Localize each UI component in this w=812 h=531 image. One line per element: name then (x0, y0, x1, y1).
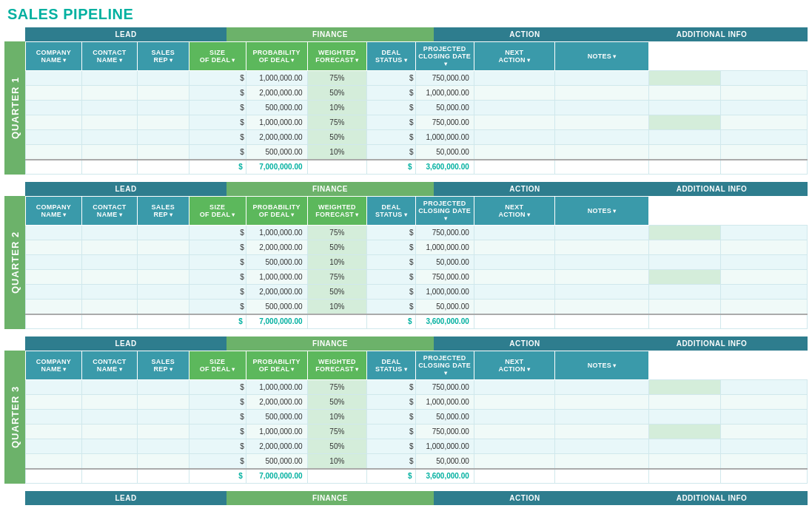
cell-company (26, 454, 82, 469)
cell-dollar-sign: $ (189, 285, 246, 300)
cell-probability: 50% (307, 130, 367, 145)
cell-dollar-sign: $ (189, 439, 246, 454)
cell-company (26, 255, 82, 270)
cell-probability: 10% (307, 101, 367, 115)
cell-size-deal: 1,000,000.00 (246, 226, 307, 240)
table-row: $2,000,000.0050%$1,000,000.00 (26, 130, 808, 145)
cell-dollar-sign: $ (189, 410, 246, 425)
total-row: $7,000,000.00$3,600,000.00 (26, 314, 808, 329)
cell-contact (81, 439, 137, 454)
th-notes[interactable]: NOTES▾ (554, 351, 649, 380)
th-notes[interactable]: NOTES▾ (554, 42, 649, 71)
cell-proj-close (554, 300, 649, 314)
cell-size-deal: 500,000.00 (246, 410, 307, 425)
table-row: $500,000.0010%$50,000.00 (26, 145, 808, 160)
cell-probability: 10% (307, 255, 367, 270)
cell-notes (721, 240, 808, 255)
quarter-section-q2: LEADFINANCEACTIONADDITIONAL INFOQUARTER … (4, 182, 808, 329)
cell-next-action (649, 130, 721, 145)
th-contact-name[interactable]: CONTACTNAME▾ (81, 351, 137, 380)
table-row: $2,000,000.0050%$1,000,000.00 (26, 285, 808, 300)
cell-deal-status (474, 145, 554, 160)
th-sales-rep[interactable]: SALESREP▾ (137, 42, 189, 71)
cat-header-lead-q3: LEAD (25, 336, 227, 351)
cell-notes (721, 270, 808, 285)
cell-salesrep (137, 145, 189, 160)
total-size: 7,000,000.00 (246, 314, 307, 329)
th-projected-closing-date[interactable]: PROJECTEDCLOSING DATE▾ (415, 197, 474, 226)
cell-proj-close (554, 86, 649, 101)
cell-company (26, 101, 82, 115)
cell-proj-close (554, 71, 649, 86)
th-size-of-deal[interactable]: SIZEOF DEAL▾ (189, 42, 246, 71)
quarter-label-q1: QUARTER 1 (4, 41, 25, 175)
cell-next-action (649, 101, 721, 115)
cell-next-action (649, 240, 721, 255)
th-deal-status[interactable]: DEALSTATUS▾ (367, 351, 415, 380)
total-weighted: 3,600,000.00 (415, 314, 474, 329)
cell-proj-close (554, 255, 649, 270)
th-weighted-forecast[interactable]: WEIGHTEDFORECAST▾ (307, 351, 367, 380)
th-notes[interactable]: NOTES▾ (554, 197, 649, 226)
cell-notes (721, 285, 808, 300)
cell-weighted: 1,000,000.00 (415, 130, 474, 145)
cat-header-action-q1: ACTION (434, 27, 616, 41)
cell-proj-close (554, 425, 649, 439)
th-size-of-deal[interactable]: SIZEOF DEAL▾ (189, 197, 246, 226)
th-probability-of-deal[interactable]: PROBABILITYOF DEAL▾ (246, 42, 307, 71)
quarter-section-q1: LEADFINANCEACTIONADDITIONAL INFOQUARTER … (4, 27, 808, 175)
th-projected-closing-date[interactable]: PROJECTEDCLOSING DATE▾ (415, 42, 474, 71)
cell-deal-status (474, 285, 554, 300)
th-next-action[interactable]: NEXTACTION▾ (474, 351, 554, 380)
cell-company (26, 270, 82, 285)
cell-company (26, 71, 82, 86)
cell-size-deal: 2,000,000.00 (246, 130, 307, 145)
cell-contact (81, 270, 137, 285)
bottom-action-header: ACTION (434, 491, 616, 505)
cell-notes (721, 255, 808, 270)
cell-contact (81, 226, 137, 240)
cell-next-action (649, 71, 721, 86)
table-row: $1,000,000.0075%$750,000.00 (26, 270, 808, 285)
cell-proj-close (554, 270, 649, 285)
cell-next-action (649, 145, 721, 160)
th-next-action[interactable]: NEXTACTION▾ (474, 197, 554, 226)
cell-proj-close (554, 454, 649, 469)
th-contact-name[interactable]: CONTACTNAME▾ (81, 197, 137, 226)
table-row: $500,000.0010%$50,000.00 (26, 454, 808, 469)
th-weighted-forecast[interactable]: WEIGHTEDFORECAST▾ (307, 42, 367, 71)
cell-contact (81, 285, 137, 300)
quarter-label-q3: QUARTER 3 (4, 351, 25, 484)
th-probability-of-deal[interactable]: PROBABILITYOF DEAL▾ (246, 351, 307, 380)
cell-deal-status (474, 395, 554, 410)
cell-dollar-sign: $ (189, 71, 246, 86)
cell-deal-status (474, 115, 554, 130)
cell-proj-close (554, 226, 649, 240)
th-probability-of-deal[interactable]: PROBABILITYOF DEAL▾ (246, 197, 307, 226)
th-company-name[interactable]: COMPANYNAME▾ (26, 351, 82, 380)
th-projected-closing-date[interactable]: PROJECTEDCLOSING DATE▾ (415, 351, 474, 380)
cell-weighted: 750,000.00 (415, 270, 474, 285)
cell-dollar-sign: $ (189, 270, 246, 285)
cat-header-lead-q1: LEAD (25, 27, 227, 41)
cell-size-deal: 2,000,000.00 (246, 86, 307, 101)
cell-size-deal: 500,000.00 (246, 300, 307, 314)
th-sales-rep[interactable]: SALESREP▾ (137, 351, 189, 380)
th-next-action[interactable]: NEXTACTION▾ (474, 42, 554, 71)
th-contact-name[interactable]: CONTACTNAME▾ (81, 42, 137, 71)
cat-header-action-q2: ACTION (434, 182, 616, 196)
th-deal-status[interactable]: DEALSTATUS▾ (367, 197, 415, 226)
th-deal-status[interactable]: DEALSTATUS▾ (367, 42, 415, 71)
cell-probability: 75% (307, 115, 367, 130)
th-company-name[interactable]: COMPANYNAME▾ (26, 42, 82, 71)
cell-company (26, 425, 82, 439)
th-size-of-deal[interactable]: SIZEOF DEAL▾ (189, 351, 246, 380)
cell-proj-close (554, 285, 649, 300)
cell-weighted: 1,000,000.00 (415, 395, 474, 410)
th-weighted-forecast[interactable]: WEIGHTEDFORECAST▾ (307, 197, 367, 226)
th-sales-rep[interactable]: SALESREP▾ (137, 197, 189, 226)
th-company-name[interactable]: COMPANYNAME▾ (26, 197, 82, 226)
cell-weighted: 1,000,000.00 (415, 439, 474, 454)
cell-contact (81, 145, 137, 160)
cell-contact (81, 410, 137, 425)
